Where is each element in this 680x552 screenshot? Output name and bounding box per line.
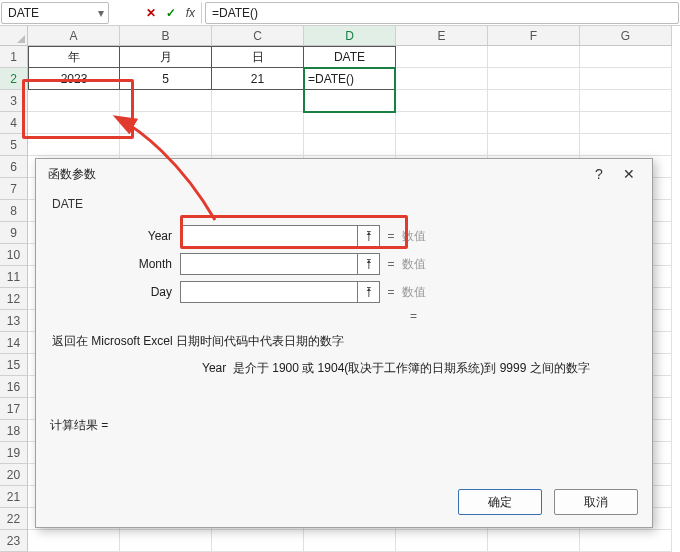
cell[interactable]	[304, 530, 396, 552]
cell[interactable]	[488, 112, 580, 134]
cell[interactable]	[396, 68, 488, 90]
cell[interactable]	[488, 90, 580, 112]
equals-label: =	[380, 257, 402, 271]
formula-text: =DATE()	[212, 6, 258, 20]
row-header[interactable]: 5	[0, 134, 28, 156]
cancel-button[interactable]: 取消	[554, 489, 638, 515]
accept-formula-icon[interactable]: ✓	[166, 6, 176, 20]
cell[interactable]: 5	[120, 68, 212, 90]
cell[interactable]	[28, 530, 120, 552]
function-description: 返回在 Microsoft Excel 日期时间代码中代表日期的数字	[52, 333, 638, 350]
cell[interactable]: 日	[212, 46, 304, 68]
cell[interactable]	[120, 90, 212, 112]
row-header[interactable]: 21	[0, 486, 28, 508]
ok-button[interactable]: 确定	[458, 489, 542, 515]
cell[interactable]	[212, 112, 304, 134]
row-header[interactable]: 15	[0, 354, 28, 376]
row-header[interactable]: 1	[0, 46, 28, 68]
row-header[interactable]: 19	[0, 442, 28, 464]
cell[interactable]: 年	[28, 46, 120, 68]
row-header[interactable]: 22	[0, 508, 28, 530]
month-input[interactable]	[180, 253, 358, 275]
col-header-F[interactable]: F	[488, 26, 580, 46]
cell[interactable]	[212, 90, 304, 112]
cell[interactable]	[28, 134, 120, 156]
cell[interactable]	[212, 134, 304, 156]
argument-description: Year 是介于 1900 或 1904(取决于工作簿的日期系统)到 9999 …	[52, 360, 638, 377]
day-input[interactable]	[180, 281, 358, 303]
col-header-A[interactable]: A	[28, 26, 120, 46]
row-header[interactable]: 18	[0, 420, 28, 442]
close-icon[interactable]: ✕	[614, 166, 644, 182]
ref-select-icon[interactable]: ⭱	[358, 281, 380, 303]
cancel-formula-icon[interactable]: ✕	[146, 6, 156, 20]
cell[interactable]	[120, 134, 212, 156]
arg-result: 数值	[402, 256, 426, 273]
cell[interactable]: DATE	[304, 46, 396, 68]
cell[interactable]	[580, 46, 672, 68]
cell[interactable]	[396, 90, 488, 112]
cell[interactable]	[304, 134, 396, 156]
overall-equals: =	[410, 309, 638, 323]
row-header[interactable]: 3	[0, 90, 28, 112]
select-all-corner[interactable]	[0, 26, 28, 46]
cell[interactable]	[580, 90, 672, 112]
cell[interactable]	[580, 530, 672, 552]
col-header-D[interactable]: D	[304, 26, 396, 46]
chevron-down-icon[interactable]: ▾	[98, 6, 104, 20]
cell[interactable]: 2023	[28, 68, 120, 90]
row-header[interactable]: 11	[0, 266, 28, 288]
row-header[interactable]: 17	[0, 398, 28, 420]
row-header[interactable]: 9	[0, 222, 28, 244]
cell[interactable]	[580, 68, 672, 90]
year-input[interactable]	[180, 225, 358, 247]
row-header[interactable]: 14	[0, 332, 28, 354]
cell[interactable]	[488, 134, 580, 156]
cell[interactable]	[396, 530, 488, 552]
function-arguments-dialog[interactable]: 函数参数 ? ✕ DATE Year ⭱ = 数值 Month ⭱ = 数值 D…	[35, 158, 653, 528]
row-header[interactable]: 13	[0, 310, 28, 332]
formula-bar[interactable]: =DATE()	[205, 2, 679, 24]
help-icon[interactable]: ?	[584, 166, 614, 182]
row-header[interactable]: 4	[0, 112, 28, 134]
col-header-E[interactable]: E	[396, 26, 488, 46]
row-header[interactable]: 16	[0, 376, 28, 398]
cell[interactable]	[488, 530, 580, 552]
cell[interactable]	[120, 530, 212, 552]
cell[interactable]	[396, 46, 488, 68]
ref-select-icon[interactable]: ⭱	[358, 225, 380, 247]
cell[interactable]	[396, 134, 488, 156]
row-header[interactable]: 2	[0, 68, 28, 90]
cell[interactable]	[120, 112, 212, 134]
row-header[interactable]: 23	[0, 530, 28, 552]
ref-select-icon[interactable]: ⭱	[358, 253, 380, 275]
arg-label: Month	[50, 257, 180, 271]
cell[interactable]	[28, 90, 120, 112]
arg-result: 数值	[402, 284, 426, 301]
cell[interactable]: 21	[212, 68, 304, 90]
row-header[interactable]: 12	[0, 288, 28, 310]
function-name-label: DATE	[52, 197, 638, 211]
cell[interactable]	[28, 112, 120, 134]
cell[interactable]	[304, 112, 396, 134]
cell[interactable]	[488, 68, 580, 90]
row-header[interactable]: 10	[0, 244, 28, 266]
col-header-C[interactable]: C	[212, 26, 304, 46]
cell[interactable]	[304, 90, 396, 112]
col-header-G[interactable]: G	[580, 26, 672, 46]
row-header[interactable]: 7	[0, 178, 28, 200]
cell[interactable]	[580, 112, 672, 134]
name-box[interactable]: DATE ▾	[1, 2, 109, 24]
row-header[interactable]: 8	[0, 200, 28, 222]
cell[interactable]	[212, 530, 304, 552]
row-header[interactable]: 20	[0, 464, 28, 486]
cell[interactable]: 月	[120, 46, 212, 68]
fx-icon[interactable]: fx	[186, 6, 195, 20]
cell[interactable]	[488, 46, 580, 68]
dialog-title: 函数参数	[48, 166, 584, 183]
cell[interactable]	[580, 134, 672, 156]
row-header[interactable]: 6	[0, 156, 28, 178]
col-header-B[interactable]: B	[120, 26, 212, 46]
cell-active[interactable]: =DATE()	[304, 68, 396, 90]
cell[interactable]	[396, 112, 488, 134]
